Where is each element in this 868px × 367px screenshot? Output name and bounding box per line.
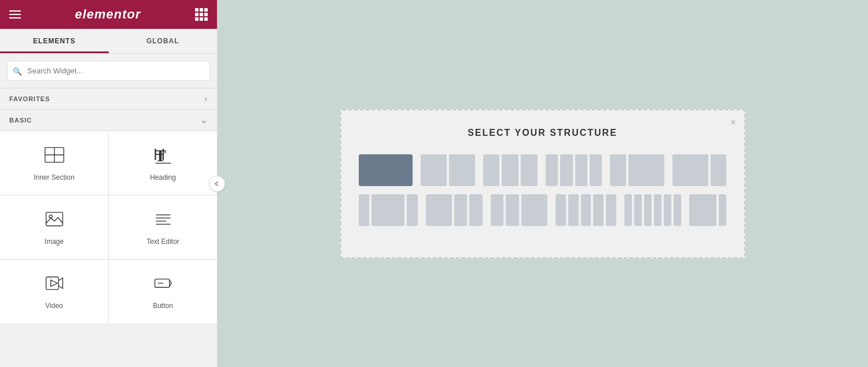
structure-option-1-3-2-3[interactable]: [610, 154, 664, 186]
heading-label: Heading: [150, 173, 176, 181]
structure-option-wide-narrow[interactable]: [689, 194, 726, 226]
sidebar: elementor ELEMENTS GLOBAL 🔍 FAVORITES › …: [0, 0, 217, 367]
svg-rect-8: [46, 212, 62, 225]
structure-option-2-3-1-3[interactable]: [672, 154, 727, 186]
video-label: Video: [45, 302, 62, 310]
header: elementor: [0, 0, 217, 29]
widget-grid: Inner Section T Heading: [0, 131, 217, 323]
search-icon: 🔍: [13, 66, 22, 75]
widget-video[interactable]: Video: [0, 260, 108, 323]
favorites-chevron-icon: ›: [204, 94, 208, 103]
inner-section-label: Inner Section: [34, 173, 75, 181]
structure-option-wide-narrow-narrow[interactable]: [426, 194, 483, 226]
structure-option-1col[interactable]: [359, 154, 413, 186]
favorites-section-header[interactable]: FAVORITES ›: [0, 88, 217, 109]
widget-button[interactable]: Button: [109, 260, 217, 323]
collapse-sidebar-button[interactable]: [209, 176, 225, 192]
basic-chevron-icon: ⌄: [200, 116, 208, 125]
canvas-area: × SELECT YOUR STRUCTURE: [217, 0, 868, 367]
basic-section-header[interactable]: BASIC ⌄: [0, 110, 217, 131]
svg-marker-15: [50, 280, 57, 287]
tabs: ELEMENTS GLOBAL: [0, 29, 217, 54]
structure-option-4col[interactable]: [546, 154, 602, 186]
structure-option-5col[interactable]: [556, 194, 616, 226]
brand-logo: elementor: [75, 7, 141, 22]
close-dialog-button[interactable]: ×: [730, 117, 735, 128]
heading-icon: T: [153, 144, 174, 168]
video-icon: [44, 273, 65, 296]
favorites-label: FAVORITES: [9, 95, 50, 102]
hamburger-menu-button[interactable]: [9, 10, 21, 18]
widget-inner-section[interactable]: Inner Section: [0, 131, 108, 195]
structure-dialog: × SELECT YOUR STRUCTURE: [340, 109, 745, 258]
structure-option-2col[interactable]: [421, 154, 475, 186]
widget-image[interactable]: Image: [0, 195, 108, 259]
widget-text-editor[interactable]: Text Editor: [109, 195, 217, 259]
tab-elements[interactable]: ELEMENTS: [0, 29, 109, 53]
button-icon: [153, 273, 174, 296]
text-editor-label: Text Editor: [146, 238, 179, 246]
structure-row-2: [359, 194, 727, 226]
text-editor-icon: [153, 209, 174, 232]
structure-dialog-title: SELECT YOUR STRUCTURE: [359, 128, 727, 138]
image-icon: [44, 209, 65, 232]
widget-heading[interactable]: T Heading: [109, 131, 217, 195]
inner-section-icon: [44, 144, 65, 168]
search-area: 🔍: [0, 54, 217, 88]
structure-option-narrow-wide-narrow[interactable]: [359, 194, 418, 226]
structure-option-3col[interactable]: [483, 154, 538, 186]
tab-global[interactable]: GLOBAL: [109, 29, 218, 53]
image-label: Image: [45, 238, 64, 246]
button-label: Button: [153, 302, 173, 310]
structure-row-1: [359, 154, 727, 186]
search-input[interactable]: [7, 61, 210, 81]
svg-text:T: T: [155, 146, 165, 165]
structure-option-narrow-narrow-wide[interactable]: [491, 194, 547, 226]
apps-grid-button[interactable]: [195, 8, 208, 21]
structure-option-6col[interactable]: [624, 194, 681, 226]
basic-label: BASIC: [9, 117, 32, 124]
